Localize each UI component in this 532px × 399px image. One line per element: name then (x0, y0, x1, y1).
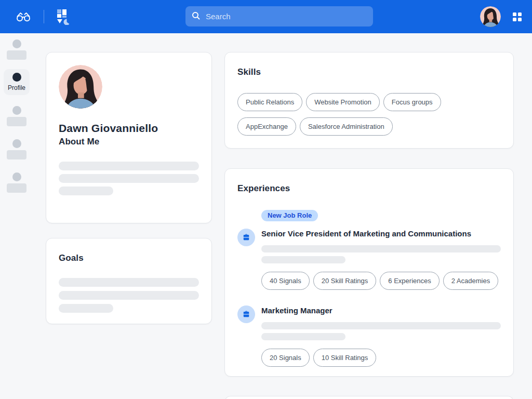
skills-heading: Skills (237, 67, 501, 77)
skeleton-label (7, 150, 26, 159)
app-window: Profile (0, 0, 532, 399)
skeleton-label (7, 117, 26, 126)
skill-pill[interactable]: AppExchange (237, 117, 296, 136)
glasses-logo-icon[interactable] (16, 11, 31, 22)
navbar-divider (44, 10, 44, 23)
skeleton-line (59, 304, 113, 313)
experience-body: Marketing Manager 20 Signals 10 Skill Ra… (261, 305, 501, 367)
skeleton-label (7, 50, 26, 60)
sidebar-item-profile[interactable]: Profile (4, 69, 30, 95)
skills-card: Skills Public Relations Website Promotio… (224, 52, 514, 149)
brand-logo-icon[interactable] (56, 8, 71, 25)
briefcase-icon (237, 229, 255, 246)
experience-list: New Job Role Senior Vice President of Ma… (237, 210, 501, 367)
skeleton-line (261, 256, 345, 263)
skill-pill[interactable]: Focus groups (383, 93, 441, 111)
skeleton-line (59, 187, 113, 195)
stat-pill[interactable]: 20 Skill Ratings (313, 272, 377, 290)
experience-stats: 40 Signals 20 Skill Ratings 6 Experience… (261, 272, 501, 290)
skeleton-icon (12, 172, 21, 181)
sidebar-item-skeleton (0, 106, 33, 126)
skeleton-icon (12, 139, 21, 148)
skeleton-line (261, 333, 345, 340)
goals-card: Goals (46, 238, 212, 324)
goals-skeleton (59, 278, 199, 313)
profile-name: Dawn Giovanniello (59, 122, 199, 135)
briefcase-icon (237, 305, 255, 323)
skeleton-line (59, 162, 199, 170)
user-avatar[interactable] (480, 6, 501, 27)
skeleton-line (261, 245, 501, 252)
stat-pill[interactable]: 20 Signals (261, 349, 310, 367)
skeleton-icon (12, 106, 21, 115)
stat-pill[interactable]: 2 Academies (443, 272, 498, 290)
profile-photo (59, 65, 102, 109)
search-input[interactable] (206, 12, 367, 21)
experience-entry: Marketing Manager 20 Signals 10 Skill Ra… (237, 305, 501, 367)
skeleton-line (59, 278, 199, 287)
next-card-partial (224, 396, 514, 399)
search-icon (192, 11, 200, 22)
experience-stats: 20 Signals 10 Skill Ratings (261, 349, 501, 367)
goals-heading: Goals (59, 253, 199, 263)
experiences-heading: Experiences (237, 183, 501, 194)
skill-pill[interactable]: Public Relations (237, 93, 302, 111)
apps-grid-icon[interactable] (513, 12, 522, 21)
new-job-role-badge: New Job Role (261, 210, 318, 221)
about-me-skeleton (59, 162, 199, 195)
sidebar-nav: Profile (0, 33, 33, 399)
sidebar-item-skeleton (0, 39, 33, 60)
experiences-card: Experiences New Job Role Senior Vice Pre… (224, 168, 514, 377)
skeleton-line (59, 174, 199, 183)
experience-entry: New Job Role Senior Vice President of Ma… (237, 210, 501, 290)
sidebar-item-skeleton (0, 172, 33, 193)
about-me-heading: About Me (59, 137, 199, 147)
skill-pill[interactable]: Website Promotion (306, 93, 380, 111)
sidebar-item-label: Profile (8, 84, 25, 91)
profile-nav-icon (12, 73, 21, 82)
badge-row: New Job Role (261, 210, 501, 221)
skill-pill[interactable]: Salesforce Administration (300, 117, 393, 136)
search-bar[interactable] (185, 6, 373, 26)
stat-pill[interactable]: 6 Experiences (380, 272, 439, 290)
navbar-left (0, 0, 71, 33)
skills-list: Public Relations Website Promotion Focus… (237, 93, 501, 136)
skeleton-line (261, 322, 501, 329)
experience-body: Senior Vice President of Marketing and C… (261, 229, 501, 290)
stat-pill[interactable]: 40 Signals (261, 272, 310, 290)
skeleton-icon (12, 39, 21, 48)
sidebar-item-skeleton (0, 139, 33, 159)
experience-title: Senior Vice President of Marketing and C… (261, 229, 501, 239)
profile-card: Dawn Giovanniello About Me (46, 52, 212, 223)
experience-title: Marketing Manager (261, 305, 501, 316)
navbar-right (480, 0, 532, 33)
top-navbar (0, 0, 532, 33)
skeleton-label (7, 183, 26, 193)
skeleton-line (59, 291, 199, 300)
stat-pill[interactable]: 10 Skill Ratings (313, 349, 377, 367)
